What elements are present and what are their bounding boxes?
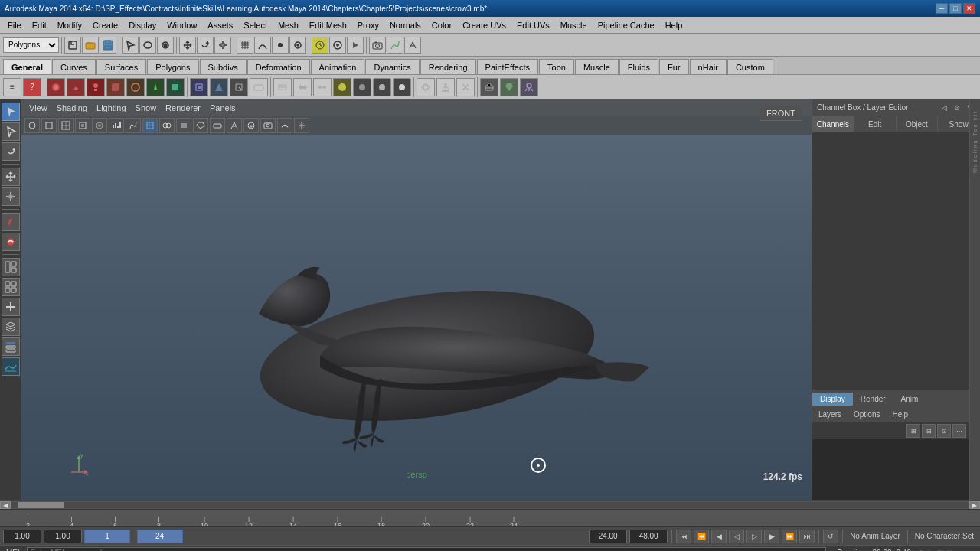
open-scene-btn[interactable] <box>82 37 99 54</box>
menu-edit[interactable]: Edit <box>28 18 51 33</box>
menu-proxy[interactable]: Proxy <box>353 18 384 33</box>
tab-subdivs[interactable]: Subdivs <box>200 59 247 74</box>
tool-icon-5[interactable] <box>146 78 165 96</box>
tab-rendering[interactable]: Rendering <box>420 59 476 74</box>
select-mode-btn[interactable] <box>2 103 20 121</box>
vp-icon-1[interactable] <box>24 118 40 133</box>
vp-icon-3[interactable] <box>58 118 74 133</box>
tool-icon-10[interactable] <box>250 78 268 96</box>
vp-menu-shading[interactable]: Shading <box>54 102 90 114</box>
tab-custom[interactable]: Custom <box>727 59 773 74</box>
vp-icon-9[interactable] <box>159 118 175 133</box>
tool-icon-paint-skin[interactable] <box>47 78 65 96</box>
vp-menu-panels[interactable]: Panels <box>207 102 239 114</box>
vp-icon-16[interactable] <box>294 118 309 133</box>
vp-icon-8[interactable] <box>142 118 158 133</box>
move-tool-btn[interactable] <box>179 37 196 54</box>
tool-icon-15[interactable] <box>416 78 435 96</box>
dt-tab-anim[interactable]: Anim <box>893 393 926 406</box>
tab-curves[interactable]: Curves <box>52 59 96 74</box>
tool-icon-light1[interactable] <box>353 78 371 96</box>
play-reverse-btn[interactable]: ◁ <box>729 530 744 543</box>
ch-tab-object[interactable]: Object <box>897 116 939 132</box>
step-back-btn[interactable]: ◀ <box>711 530 727 543</box>
tab-fluids[interactable]: Fluids <box>619 59 658 74</box>
tool-icon-16[interactable] <box>436 78 455 96</box>
tool-icon-light2[interactable] <box>373 78 391 96</box>
tool-icon-help[interactable]: ? <box>23 78 41 96</box>
menu-color[interactable]: Color <box>427 18 456 33</box>
range-start-input[interactable] <box>589 530 627 543</box>
paint-fx-btn[interactable] <box>387 37 403 54</box>
ch-tab-edit[interactable]: Edit <box>854 116 897 132</box>
tool-icon-3[interactable] <box>106 78 125 96</box>
prev-key-btn[interactable]: ⏪ <box>694 530 709 543</box>
menu-normals[interactable]: Normals <box>385 18 426 33</box>
menu-create[interactable]: Create <box>88 18 122 33</box>
minimize-button[interactable]: ─ <box>936 3 948 14</box>
menu-mesh[interactable]: Mesh <box>273 18 303 33</box>
tool-icon-9[interactable] <box>230 78 248 96</box>
menu-muscle[interactable]: Muscle <box>556 18 592 33</box>
paint-select-btn[interactable] <box>157 37 174 54</box>
dt-tab-render[interactable]: Render <box>853 393 893 406</box>
frame-field[interactable] <box>84 530 130 543</box>
terrain-btn[interactable] <box>2 357 20 376</box>
lasso-tool-btn[interactable] <box>139 37 156 54</box>
play-btn[interactable]: ▷ <box>746 530 762 543</box>
rotate-btn[interactable] <box>2 142 20 161</box>
tool-icon-2[interactable] <box>87 78 105 96</box>
current-frame-input[interactable] <box>3 530 41 543</box>
range-end-input[interactable] <box>629 530 668 543</box>
snap-point-btn[interactable] <box>272 37 289 54</box>
vp-menu-renderer[interactable]: Renderer <box>162 102 204 114</box>
snap-grid-btn[interactable] <box>237 37 253 54</box>
playblast-btn[interactable] <box>347 37 364 54</box>
menu-display[interactable]: Display <box>124 18 161 33</box>
step-fwd-btn[interactable]: ▶ <box>764 530 779 543</box>
scale-tool-btn[interactable] <box>214 37 231 54</box>
close-button[interactable]: ✕ <box>963 3 975 14</box>
snap-curve-btn[interactable] <box>254 37 271 54</box>
vp-icon-7[interactable] <box>126 118 141 133</box>
layers2-btn[interactable] <box>2 337 20 356</box>
vp-icon-6[interactable] <box>109 118 124 133</box>
move-btn[interactable] <box>2 168 20 186</box>
vp-icon-12[interactable] <box>210 118 225 133</box>
vp-menu-show[interactable]: Show <box>132 102 160 114</box>
layout-btn[interactable] <box>2 258 20 276</box>
timeline[interactable]: 2 4 6 8 10 12 14 16 18 20 22 24 <box>0 510 980 527</box>
tl-scroll-right[interactable]: ▶ <box>969 501 980 509</box>
vp-menu-lighting[interactable]: Lighting <box>93 102 129 114</box>
layers-btn[interactable] <box>2 318 20 336</box>
plus-btn[interactable] <box>2 298 20 316</box>
select-tool-btn[interactable] <box>122 37 139 54</box>
tool-icon-17[interactable] <box>456 78 475 96</box>
menu-select[interactable]: Select <box>239 18 272 33</box>
tab-painteffects[interactable]: PaintEffects <box>477 59 539 74</box>
vp-icon-13[interactable] <box>227 118 242 133</box>
menu-pipeline-cache[interactable]: Pipeline Cache <box>593 18 659 33</box>
unwrap-btn[interactable] <box>404 37 421 54</box>
di-icon-1[interactable]: ⊞ <box>906 424 920 438</box>
tool-icon-menu[interactable]: ≡ <box>3 78 21 96</box>
dst-tab-layers[interactable]: Layers <box>812 409 848 420</box>
tab-dynamics[interactable]: Dynamics <box>365 59 419 74</box>
tool-icon-18[interactable] <box>480 78 498 96</box>
menu-edit-uvs[interactable]: Edit UVs <box>512 18 554 33</box>
vp-icon-camera[interactable] <box>260 118 276 133</box>
dst-tab-options[interactable]: Options <box>848 409 886 420</box>
menu-assets[interactable]: Assets <box>203 18 237 33</box>
go-start-btn[interactable]: ⏮ <box>676 530 691 543</box>
save-scene-btn[interactable] <box>100 37 116 54</box>
scale-btn[interactable] <box>2 187 20 206</box>
tool-icon-7[interactable] <box>190 78 208 96</box>
menu-edit-mesh[interactable]: Edit Mesh <box>305 18 351 33</box>
tool-icon-1[interactable] <box>67 78 85 96</box>
tab-fur[interactable]: Fur <box>659 59 689 74</box>
di-icon-2[interactable]: ⊟ <box>922 424 936 438</box>
history-btn[interactable] <box>312 37 328 54</box>
go-end-btn[interactable]: ⏭ <box>799 530 815 543</box>
tool-icon-12[interactable] <box>293 78 312 96</box>
vp-menu-view[interactable]: View <box>26 102 51 114</box>
